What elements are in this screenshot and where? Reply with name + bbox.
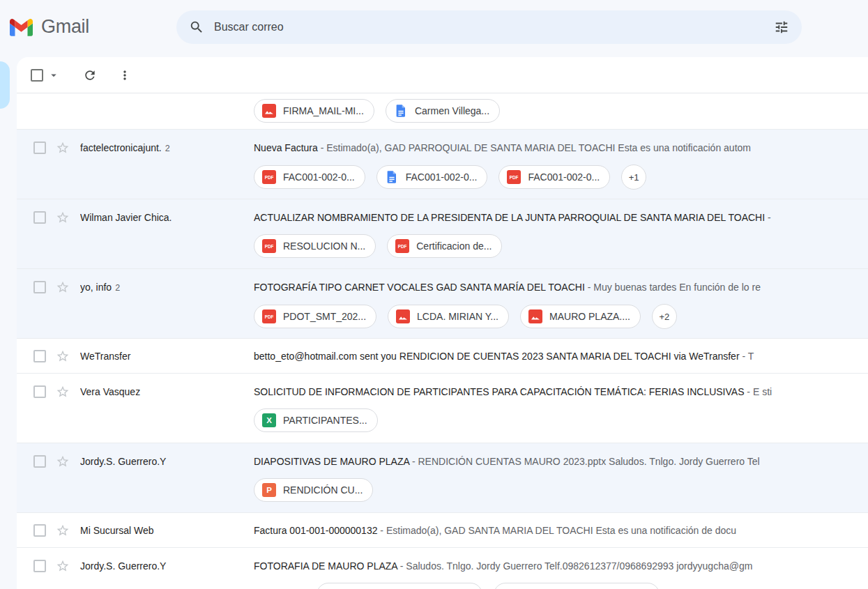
attachment-chips: PDFFAC001-002-0...FAC001-002-0...PDFFAC0… [254,165,646,190]
mail-row[interactable]: factelectronicajunt.2Nueva Factura - Est… [17,130,868,199]
star-icon[interactable] [56,280,70,294]
star-icon[interactable] [56,454,70,468]
attachment-chip[interactable]: PDFFAC001-002-0... [254,165,365,189]
attachment-chips: PDFPDOT_SMT_202...LCDA. MIRIAN Y...MAURO… [254,304,677,329]
attachment-chips [317,583,660,589]
svg-text:P: P [266,486,272,494]
sender: Mi Sucursal Web [80,525,254,536]
select-all-checkbox[interactable] [31,69,43,82]
attachment-chip[interactable]: PDFCertificacion de... [387,234,502,258]
email-snippet: - [765,212,771,223]
thread-count: 2 [115,283,120,293]
svg-text:PDF: PDF [510,175,519,180]
email-subject: FOTOGRAFÍA TIPO CARNET VOCALES GAD SANTA… [254,282,585,293]
compose-button-edge[interactable] [0,61,10,109]
pdf-file-icon: PDF [262,239,276,253]
row-checkbox[interactable] [33,141,46,154]
attachment-chip[interactable] [494,583,660,589]
attachment-name: LCDA. MIRIAN Y... [417,311,498,322]
attachment-chip[interactable]: XPARTICIPANTES... [254,408,378,432]
email-snippet: - Saludos. Tnlgo. Jordy Guerrero Telf.09… [397,560,752,572]
mail-row-main: yo, info2FOTOGRAFÍA TIPO CARNET VOCALES … [17,269,868,305]
attachment-chip[interactable]: FAC001-002-0... [376,165,488,189]
attachment-chips: PDFRESOLUCION N...PDFCertificacion de... [254,234,502,258]
email-subject: DIAPOSITIVAS DE MAURO PLAZA [254,456,409,467]
attachment-name: RENDICIÓN CU... [283,484,363,496]
pdf-file-icon: PDF [395,239,409,253]
star-icon[interactable] [56,211,70,224]
mail-row[interactable]: Vera VasquezSOLICITUD DE INFORMACION DE … [17,374,868,443]
attachment-chips: FIRMA_MAIL-MI...Carmen Villega... [254,99,500,123]
gdoc-file-icon [394,104,408,118]
mail-row[interactable]: Jordy.S. Guerrero.YDIAPOSITIVAS DE MAURO… [17,443,868,513]
mail-row[interactable]: Wilman Javier Chica.ACTUALIZAR NOMBRAMIE… [17,199,868,269]
attachment-chip[interactable]: Carmen Villega... [386,99,500,123]
star-icon[interactable] [56,385,70,399]
more-attachments-badge[interactable]: +2 [652,304,677,329]
email-snippet: - Estimado(a), GAD SANTA MARIA DEL TOACH… [377,525,736,536]
attachment-name: FIRMA_MAIL-MI... [283,105,364,116]
email-snippet: - RENDICIÓN CUENTAS MAURO 2023.pptx Salu… [409,456,760,467]
attachment-chip[interactable]: LCDA. MIRIAN Y... [388,305,509,328]
attachment-chip[interactable]: MAURO PLAZA.... [520,305,641,328]
email-subject: Nueva Factura [254,142,318,153]
email-subject: betto_eto@hotmail.com sent you RENDICION… [254,351,740,362]
svg-text:PDF: PDF [398,244,407,249]
mail-rows: FIRMA_MAIL-MI...Carmen Villega...factele… [17,93,868,589]
gdoc-file-icon [385,170,399,184]
search-bar[interactable]: Buscar correo [176,10,802,44]
search-input[interactable]: Buscar correo [214,21,774,33]
attachment-chip[interactable]: FIRMA_MAIL-MI... [254,99,374,123]
attachment-chip[interactable]: PDFPDOT_SMT_202... [254,305,376,328]
thread-count: 2 [165,144,170,153]
sender: Wilman Javier Chica. [80,212,254,223]
row-checkbox[interactable] [33,385,46,398]
refresh-icon[interactable] [83,68,97,82]
mail-row-main: factelectronicajunt.2Nueva Factura - Est… [17,130,868,166]
email-subject: SOLICITUD DE INFORMACION DE PARTICIPANTE… [254,386,744,397]
email-snippet: - T [740,351,754,362]
attachment-chips: PRENDICIÓN CU... [254,478,373,502]
gmail-logo[interactable]: Gmail [10,16,89,38]
mail-row[interactable]: WeTransferbetto_eto@hotmail.com sent you… [17,339,868,374]
row-checkbox[interactable] [33,560,46,572]
mail-toolbar [17,57,868,93]
row-checkbox[interactable] [33,281,46,293]
attachment-chip[interactable] [317,583,482,589]
email-subject: ACTUALIZAR NOMBRAMIENTO DE LA PRESIDENTA… [254,212,765,223]
mail-row-main: Wilman Javier Chica.ACTUALIZAR NOMBRAMIE… [17,199,868,236]
sender: Jordy.S. Guerrero.Y [80,456,254,467]
mail-row[interactable]: Jordy.S. Guerrero.YFOTORAFIA DE MAURO PL… [17,548,868,589]
attachment-chip[interactable]: PDFRESOLUCION N... [254,234,376,258]
select-dropdown-caret-icon[interactable] [47,69,60,82]
svg-text:PDF: PDF [265,314,274,319]
sender: yo, info2 [80,282,254,293]
email-snippet: - E sti [744,386,772,397]
top-header: Gmail Buscar correo [0,0,868,54]
attachment-chip[interactable]: PRENDICIÓN CU... [254,478,373,502]
ppt-file-icon: P [262,483,276,497]
star-icon[interactable] [56,141,70,155]
search-filters-icon[interactable] [774,20,789,35]
mail-row-main: Jordy.S. Guerrero.YDIAPOSITIVAS DE MAURO… [17,443,868,480]
row-checkbox[interactable] [33,350,46,362]
mail-row[interactable]: Mi Sucursal WebFactura 001-001-000000132… [17,513,868,548]
attachment-name: FAC001-002-0... [406,171,478,183]
gmail-m-icon [10,18,33,36]
row-checkbox[interactable] [33,524,46,537]
star-icon[interactable] [56,349,70,363]
mail-row[interactable]: FIRMA_MAIL-MI...Carmen Villega... [17,93,868,130]
mail-row[interactable]: yo, info2FOTOGRAFÍA TIPO CARNET VOCALES … [17,269,868,339]
attachment-chip[interactable]: PDFFAC001-002-0... [498,165,610,189]
star-icon[interactable] [56,559,70,573]
email-snippet: - Muy buenas tardes En función de lo re [585,282,761,293]
row-checkbox[interactable] [33,211,46,224]
attachment-name: Carmen Villega... [415,105,489,116]
row-checkbox[interactable] [33,455,46,468]
svg-text:X: X [266,416,272,424]
star-icon[interactable] [56,523,70,537]
more-options-icon[interactable] [118,68,132,82]
search-icon[interactable] [189,20,204,35]
image-file-icon [262,104,276,118]
more-attachments-badge[interactable]: +1 [621,165,646,190]
